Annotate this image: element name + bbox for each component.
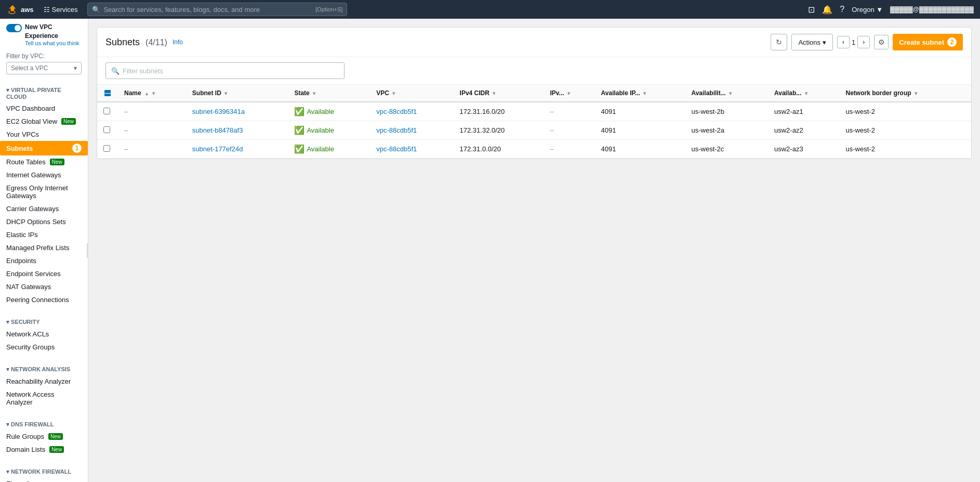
- vpc-link-0[interactable]: vpc-88cdb5f1: [376, 108, 417, 115]
- az-id-filter-icon[interactable]: ▾: [805, 90, 807, 96]
- sidebar-item-prefix-lists[interactable]: Managed Prefix Lists: [0, 241, 88, 254]
- subnet-id-link-0[interactable]: subnet-6396341a: [192, 108, 245, 115]
- user-account[interactable]: ▓▓▓▓▓@▓▓▓▓▓▓▓▓▓▓▓▓: [890, 6, 974, 13]
- state-filter-icon[interactable]: ▾: [313, 90, 315, 96]
- vpc-select-button[interactable]: Select a VPC ▾: [6, 62, 82, 74]
- ipv6-filter-icon[interactable]: ▾: [567, 90, 570, 96]
- col-header-available-ip[interactable]: Available IP... ▾: [595, 85, 685, 102]
- row-checkbox-1[interactable]: [103, 126, 110, 133]
- peering-label: Peering Connections: [6, 296, 69, 304]
- subnet-id-filter-icon[interactable]: ▾: [224, 90, 227, 96]
- col-header-vpc[interactable]: VPC ▾: [370, 85, 453, 102]
- carrier-gateways-label: Carrier Gateways: [6, 205, 59, 213]
- row-checkbox-2[interactable]: [103, 145, 110, 152]
- security-section: ▾ SECURITY Network ACLs Security Groups: [0, 310, 88, 358]
- panel-title-text: Subnets: [105, 37, 140, 47]
- vpc-experience-toggle[interactable]: [6, 24, 22, 32]
- refresh-button[interactable]: ↻: [771, 34, 787, 50]
- vpc-experience-section: New VPC Experience Tell us what you thin…: [0, 19, 88, 48]
- prev-page-button[interactable]: ‹: [837, 36, 850, 48]
- col-header-az-id[interactable]: Availab... ▾: [768, 85, 840, 102]
- row-checkbox-0[interactable]: [103, 108, 110, 114]
- vpc-section-header[interactable]: ▾ VIRTUAL PRIVATE CLOUD: [0, 83, 88, 102]
- help-icon[interactable]: ?: [840, 5, 844, 14]
- endpoint-services-label: Endpoint Services: [6, 270, 61, 278]
- nbg-filter-icon[interactable]: ▾: [915, 90, 917, 96]
- sidebar-item-your-vpcs[interactable]: Your VPCs: [0, 128, 88, 141]
- col-header-name[interactable]: Name ▲ ▾: [118, 85, 186, 102]
- col-available-ip-label: Available IP...: [601, 89, 640, 97]
- services-button[interactable]: ☷ Services: [39, 3, 83, 16]
- vpc-experience-link[interactable]: Tell us what you think: [25, 40, 82, 46]
- create-subnet-button[interactable]: Create subnet 2: [893, 34, 963, 50]
- network-analysis-header[interactable]: ▾ NETWORK ANALYSIS: [0, 362, 88, 375]
- az-filter-icon[interactable]: ▾: [729, 90, 732, 96]
- sidebar-item-network-acls[interactable]: Network ACLs: [0, 328, 88, 341]
- actions-button[interactable]: Actions ▾: [791, 34, 833, 50]
- sidebar-toggle[interactable]: ‹: [87, 243, 88, 258]
- vpc-header-label: ▾ VIRTUAL PRIVATE CLOUD: [6, 87, 82, 100]
- status-available-0: ✅ Available: [294, 107, 364, 116]
- display-icon[interactable]: ⊡: [808, 5, 815, 15]
- region-selector[interactable]: Oregon ▼: [852, 6, 883, 14]
- sidebar-item-endpoints[interactable]: Endpoints: [0, 254, 88, 267]
- status-dot-0: ✅: [294, 107, 304, 116]
- filter-input[interactable]: [123, 67, 339, 75]
- sidebar-item-carrier-gateways[interactable]: Carrier Gateways: [0, 202, 88, 215]
- sidebar-item-domain-lists[interactable]: Domain Lists New: [0, 443, 88, 456]
- row-vpc-1: vpc-88cdb5f1: [370, 121, 453, 140]
- status-dot-2: ✅: [294, 144, 304, 154]
- aws-logo[interactable]: aws: [6, 3, 34, 16]
- col-header-state[interactable]: State ▾: [288, 85, 370, 102]
- sidebar-item-rule-groups[interactable]: Rule Groups New: [0, 430, 88, 443]
- services-label: Services: [52, 6, 78, 14]
- search-input[interactable]: [103, 6, 312, 14]
- sidebar-item-vpc-dashboard[interactable]: VPC Dashboard: [0, 102, 88, 115]
- sidebar-item-route-tables[interactable]: Route Tables New: [0, 155, 88, 168]
- actions-label: Actions: [798, 38, 820, 46]
- panel-count: (4/11): [145, 38, 167, 47]
- table-row: – subnet-6396341a ✅ Available vpc-88cdb5…: [97, 102, 971, 121]
- sidebar-item-reachability[interactable]: Reachability Analyzer: [0, 375, 88, 388]
- security-header[interactable]: ▾ SECURITY: [0, 315, 88, 328]
- sidebar-item-elastic-ips[interactable]: Elastic IPs: [0, 228, 88, 241]
- sidebar-item-egress-only[interactable]: Egress Only Internet Gateways: [0, 181, 88, 202]
- sidebar-item-nat-gateways[interactable]: NAT Gateways: [0, 280, 88, 293]
- sidebar-item-ec2-global-view[interactable]: EC2 Global View New: [0, 115, 88, 128]
- ipv4-filter-icon[interactable]: ▾: [493, 90, 495, 96]
- sidebar-item-endpoint-services[interactable]: Endpoint Services: [0, 267, 88, 280]
- col-header-ipv4[interactable]: IPv4 CIDR ▾: [454, 85, 544, 102]
- subnet-id-link-1[interactable]: subnet-b8478af3: [192, 126, 243, 134]
- bell-icon[interactable]: 🔔: [822, 5, 832, 15]
- col-header-subnet-id[interactable]: Subnet ID ▾: [186, 85, 288, 102]
- info-link[interactable]: Info: [173, 38, 183, 46]
- subnet-id-link-2[interactable]: subnet-177ef24d: [192, 145, 243, 153]
- sidebar-item-internet-gateways[interactable]: Internet Gateways: [0, 168, 88, 181]
- available-ip-filter-icon[interactable]: ▾: [643, 90, 646, 96]
- vpc-filter-icon[interactable]: ▾: [392, 90, 395, 96]
- vpc-link-1[interactable]: vpc-88cdb5f1: [376, 126, 417, 134]
- col-header-ipv6[interactable]: IPv... ▾: [544, 85, 594, 102]
- col-header-az[interactable]: Availabilit... ▾: [685, 85, 768, 102]
- row-nbg-1: us-west-2: [840, 121, 971, 140]
- sidebar-item-peering[interactable]: Peering Connections: [0, 293, 88, 306]
- table-settings-button[interactable]: ⚙: [874, 35, 889, 49]
- row-az-id-1: usw2-az2: [768, 121, 840, 140]
- col-header-nbg[interactable]: Network border group ▾: [840, 85, 971, 102]
- rule-groups-badge: New: [48, 433, 63, 440]
- firewalls-label: Firewalls: [6, 480, 33, 482]
- domain-lists-label: Domain Lists: [6, 446, 45, 453]
- sidebar-item-subnets[interactable]: Subnets 1: [0, 141, 88, 155]
- table-body: – subnet-6396341a ✅ Available vpc-88cdb5…: [97, 102, 971, 159]
- dns-firewall-header[interactable]: ▾ DNS FIREWALL: [0, 417, 88, 430]
- sidebar-item-firewalls[interactable]: Firewalls: [0, 477, 88, 482]
- sidebar-item-dhcp[interactable]: DHCP Options Sets: [0, 215, 88, 228]
- network-firewall-header[interactable]: ▾ NETWORK FIREWALL: [0, 464, 88, 477]
- name-filter-icon[interactable]: ▾: [152, 90, 155, 96]
- select-all-checkbox[interactable]: [103, 89, 112, 97]
- sidebar-item-security-groups[interactable]: Security Groups: [0, 341, 88, 354]
- next-page-button[interactable]: ›: [857, 36, 870, 48]
- sidebar: ‹ New VPC Experience Tell us what you th…: [0, 19, 88, 482]
- vpc-link-2[interactable]: vpc-88cdb5f1: [376, 145, 417, 153]
- sidebar-item-network-access[interactable]: Network Access Analyzer: [0, 388, 88, 409]
